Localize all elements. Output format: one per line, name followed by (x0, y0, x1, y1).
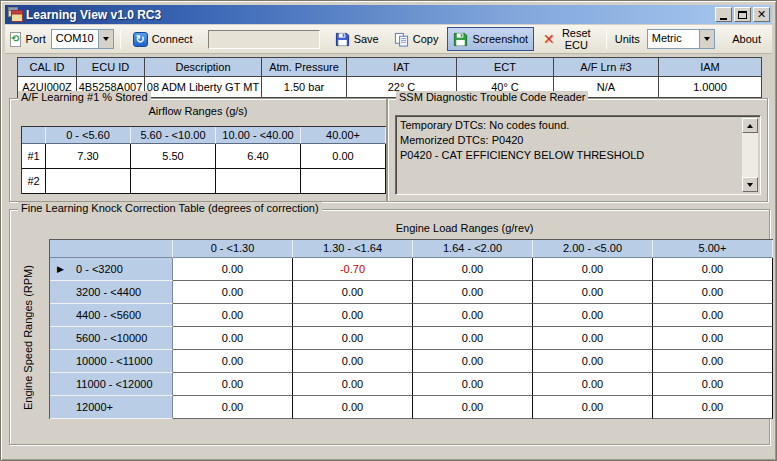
status-value-2: 08 ADM Liberty GT MT (145, 77, 262, 98)
knock-cell-0-1[interactable]: -0.70 (293, 258, 413, 281)
reset-ecu-button[interactable]: ✕ Reset ECU (537, 27, 600, 51)
status-header-1: ECU ID (77, 58, 145, 77)
knock-group-title: Fine Learning Knock Correction Table (de… (18, 202, 322, 214)
knock-cell-6-1[interactable]: 0.00 (293, 396, 413, 419)
knock-row-header-6[interactable]: 12000+ (50, 396, 173, 419)
engine-speed-ranges-title: Engine Speed Ranges (RPM) (22, 257, 38, 418)
toolbar-separator (606, 29, 607, 49)
knock-cell-3-2[interactable]: 0.00 (413, 327, 533, 350)
knock-cell-5-0[interactable]: 0.00 (173, 373, 293, 396)
screenshot-button[interactable]: Screenshot (447, 27, 534, 51)
dtc-group-title: SSM Diagnostic Trouble Code Reader (396, 91, 588, 103)
knock-cell-1-0[interactable]: 0.00 (173, 281, 293, 304)
knock-cell-5-1[interactable]: 0.00 (293, 373, 413, 396)
minimize-button[interactable] (715, 7, 732, 22)
af-row-header-1[interactable]: #2 (22, 169, 46, 194)
units-value: Metric (648, 30, 700, 48)
status-header-2: Description (145, 58, 262, 77)
knock-cell-2-3[interactable]: 0.00 (533, 304, 653, 327)
af-cell-1-0[interactable] (46, 169, 131, 194)
knock-cell-3-1[interactable]: 0.00 (293, 327, 413, 350)
knock-corner-cell (50, 240, 173, 258)
status-value-3: 1.50 bar (262, 77, 347, 98)
knock-cell-0-2[interactable]: 0.00 (413, 258, 533, 281)
knock-col-header-4: 5.00+ (653, 240, 773, 258)
knock-cell-0-4[interactable]: 0.00 (653, 258, 773, 281)
connect-status-textbox[interactable] (208, 30, 320, 49)
knock-cell-2-4[interactable]: 0.00 (653, 304, 773, 327)
client-area: CAL IDECU IDDescriptionAtm. PressureIATE… (5, 54, 772, 456)
knock-row-header-0[interactable]: 0 - <3200▶ (50, 258, 173, 281)
status-header-7: IAM (659, 58, 762, 77)
knock-cell-4-4[interactable]: 0.00 (653, 350, 773, 373)
af-cell-1-1[interactable] (131, 169, 216, 194)
connect-button[interactable]: ↻ Connect (127, 27, 199, 51)
connect-label: Connect (152, 33, 193, 45)
dtc-scrollbar[interactable] (742, 118, 758, 192)
copy-icon (394, 32, 409, 47)
knock-row-header-2[interactable]: 4400 - <5600 (50, 304, 173, 327)
knock-cell-1-3[interactable]: 0.00 (533, 281, 653, 304)
about-button[interactable]: About (726, 27, 767, 51)
knock-row-header-5[interactable]: 11000 - <12000 (50, 373, 173, 396)
scroll-up-button[interactable] (742, 118, 758, 133)
knock-cell-6-0[interactable]: 0.00 (173, 396, 293, 419)
knock-cell-4-2[interactable]: 0.00 (413, 350, 533, 373)
close-button[interactable]: ✕ (753, 7, 770, 22)
knock-cell-2-0[interactable]: 0.00 (173, 304, 293, 327)
app-window: Learning View v1.0 RC3 ✕ ⟲ Port COM10 ↻ … (0, 0, 777, 461)
knock-cell-3-3[interactable]: 0.00 (533, 327, 653, 350)
dtc-textbox[interactable]: Temporary DTCs: No codes found. Memorize… (395, 115, 761, 195)
port-refresh-icon[interactable]: ⟲ (10, 32, 21, 47)
knock-cell-3-4[interactable]: 0.00 (653, 327, 773, 350)
knock-row-header-1[interactable]: 3200 - <4400 (50, 281, 173, 304)
knock-cell-2-2[interactable]: 0.00 (413, 304, 533, 327)
knock-cell-5-4[interactable]: 0.00 (653, 373, 773, 396)
knock-cell-4-1[interactable]: 0.00 (293, 350, 413, 373)
af-cell-1-3[interactable] (301, 169, 386, 194)
af-learning-group: A/F Learning #1 % Stored Airflow Ranges … (9, 98, 387, 202)
units-dropdown-icon[interactable] (699, 30, 714, 48)
port-value: COM10 (52, 30, 98, 48)
knock-cell-6-4[interactable]: 0.00 (653, 396, 773, 419)
knock-col-header-0: 0 - <1.30 (173, 240, 293, 258)
knock-cell-4-0[interactable]: 0.00 (173, 350, 293, 373)
af-row-header-0[interactable]: #1 (22, 144, 46, 169)
knock-cell-1-4[interactable]: 0.00 (653, 281, 773, 304)
toolbar-separator (120, 29, 121, 49)
knock-cell-6-3[interactable]: 0.00 (533, 396, 653, 419)
maximize-button[interactable] (734, 7, 751, 22)
knock-row-header-4[interactable]: 10000 - <11000 (50, 350, 173, 373)
af-cell-0-0[interactable]: 7.30 (46, 144, 131, 169)
copy-button[interactable]: Copy (388, 27, 445, 51)
units-select[interactable]: Metric (647, 29, 716, 49)
knock-cell-1-2[interactable]: 0.00 (413, 281, 533, 304)
airflow-ranges-title: Airflow Ranges (g/s) (10, 105, 386, 117)
af-table: 0 - <5.605.60 - <10.0010.00 - <40.0040.0… (21, 126, 386, 194)
knock-col-header-3: 2.00 - <5.00 (533, 240, 653, 258)
reset-ecu-label: Reset ECU (559, 27, 594, 51)
knock-cell-0-3[interactable]: 0.00 (533, 258, 653, 281)
knock-cell-4-3[interactable]: 0.00 (533, 350, 653, 373)
scroll-down-button[interactable] (742, 177, 758, 192)
knock-cell-0-0[interactable]: 0.00 (173, 258, 293, 281)
save-button[interactable]: Save (329, 27, 385, 51)
scroll-down-icon (747, 183, 753, 187)
save-floppy-icon (335, 32, 350, 47)
knock-cell-5-2[interactable]: 0.00 (413, 373, 533, 396)
af-cell-1-2[interactable] (216, 169, 301, 194)
status-value-7: 1.0000 (659, 77, 762, 98)
af-cell-0-2[interactable]: 6.40 (216, 144, 301, 169)
af-cell-0-1[interactable]: 5.50 (131, 144, 216, 169)
knock-cell-1-1[interactable]: 0.00 (293, 281, 413, 304)
knock-cell-2-1[interactable]: 0.00 (293, 304, 413, 327)
knock-cell-6-2[interactable]: 0.00 (413, 396, 533, 419)
port-select[interactable]: COM10 (51, 29, 114, 49)
dtc-reader-group: SSM Diagnostic Trouble Code Reader Tempo… (387, 98, 768, 202)
port-dropdown-icon[interactable] (98, 30, 113, 48)
knock-cell-3-0[interactable]: 0.00 (173, 327, 293, 350)
knock-cell-5-3[interactable]: 0.00 (533, 373, 653, 396)
af-cell-0-3[interactable]: 0.00 (301, 144, 386, 169)
knock-row-header-3[interactable]: 5600 - <10000 (50, 327, 173, 350)
titlebar: Learning View v1.0 RC3 ✕ (5, 5, 772, 24)
